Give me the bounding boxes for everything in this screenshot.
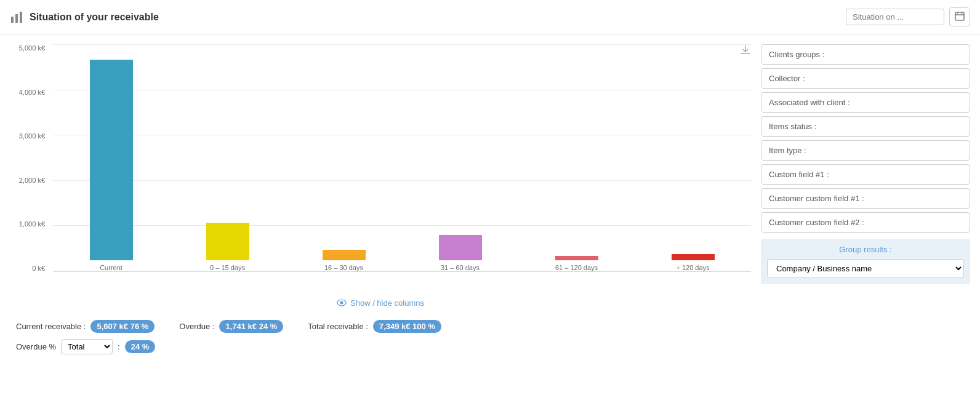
show-hide-label: Show / hide columns bbox=[350, 298, 424, 308]
current-receivable-stat: Current receivable : 5,607 k€ 76 % bbox=[16, 320, 155, 333]
total-label: Total receivable : bbox=[308, 322, 368, 331]
eye-icon bbox=[337, 298, 347, 308]
overdue-stat: Overdue : 1,741 k€ 24 % bbox=[179, 320, 283, 333]
bar-label-5: + 120 days bbox=[676, 264, 709, 271]
bar-col-1: 0 – 15 days bbox=[169, 44, 286, 271]
group-results-title: Group results : bbox=[767, 245, 964, 254]
bar-col-2: 16 – 30 days bbox=[286, 44, 402, 271]
total-receivable-stat: Total receivable : 7,349 k€ 100 % bbox=[308, 320, 441, 333]
customer-custom-field1-filter[interactable]: Customer custom field #1 : bbox=[761, 188, 970, 209]
stats-row: Current receivable : 5,607 k€ 76 % Overd… bbox=[10, 320, 751, 333]
current-value-badge: 5,607 k€ 76 % bbox=[90, 320, 155, 333]
overdue-pct-value-badge: 24 % bbox=[125, 340, 156, 353]
svg-point-9 bbox=[340, 301, 343, 305]
svg-rect-1 bbox=[15, 14, 18, 23]
y-axis: 5,000 k€ 4,000 k€ 3,000 k€ 2,000 k€ 1,00… bbox=[10, 44, 50, 272]
y-label-3000: 3,000 k€ bbox=[19, 132, 45, 140]
chart-container: 5,000 k€ 4,000 k€ 3,000 k€ 2,000 k€ 1,00… bbox=[10, 44, 751, 290]
chart-area: 5,000 k€ 4,000 k€ 3,000 k€ 2,000 k€ 1,00… bbox=[10, 44, 751, 385]
header-right bbox=[846, 7, 970, 26]
total-value-badge: 7,349 k€ 100 % bbox=[373, 320, 441, 333]
overdue-pct-row: Overdue % Total Current Overdue : 24 % bbox=[10, 339, 751, 354]
main-content: 5,000 k€ 4,000 k€ 3,000 k€ 2,000 k€ 1,00… bbox=[0, 34, 980, 395]
customer-custom-field2-filter[interactable]: Customer custom field #2 : bbox=[761, 212, 970, 233]
bar-4 bbox=[555, 256, 598, 260]
items-status-filter[interactable]: Items status : bbox=[761, 116, 970, 137]
header-left: Situation of your receivable bbox=[10, 10, 159, 24]
clients-groups-filter[interactable]: Clients groups : bbox=[761, 44, 970, 65]
page-wrapper: Situation of your receivable bbox=[0, 0, 980, 395]
y-label-0: 0 k€ bbox=[32, 265, 45, 272]
y-label-4000: 4,000 k€ bbox=[19, 89, 45, 96]
bars-group: Current0 – 15 days16 – 30 days31 – 60 da… bbox=[53, 44, 751, 271]
bar-0 bbox=[90, 60, 133, 260]
bar-chart-icon bbox=[10, 10, 23, 24]
page-title: Situation of your receivable bbox=[30, 12, 159, 23]
bar-label-4: 61 – 120 days bbox=[555, 264, 598, 271]
bar-5 bbox=[672, 254, 715, 260]
svg-rect-0 bbox=[11, 17, 14, 23]
overdue-pct-label: Overdue % bbox=[16, 342, 56, 351]
header: Situation of your receivable bbox=[0, 0, 980, 34]
y-label-5000: 5,000 k€ bbox=[19, 44, 45, 52]
situation-date-input[interactable] bbox=[846, 9, 944, 25]
chart-bars-area: Current0 – 15 days16 – 30 days31 – 60 da… bbox=[53, 44, 751, 272]
svg-rect-3 bbox=[955, 12, 964, 20]
bar-3 bbox=[439, 235, 482, 260]
show-hide-columns[interactable]: Show / hide columns bbox=[10, 298, 751, 308]
overdue-label: Overdue : bbox=[179, 322, 214, 331]
item-type-filter[interactable]: Item type : bbox=[761, 140, 970, 161]
bar-label-3: 31 – 60 days bbox=[441, 264, 480, 271]
custom-field-filter[interactable]: Custom field #1 : bbox=[761, 164, 970, 185]
associated-client-filter[interactable]: Associated with client : bbox=[761, 92, 970, 113]
bar-label-1: 0 – 15 days bbox=[210, 264, 245, 271]
calendar-button[interactable] bbox=[949, 7, 970, 26]
bar-1 bbox=[206, 223, 249, 260]
bar-col-4: 61 – 120 days bbox=[518, 44, 635, 271]
right-panel: Clients groups : Collector : Associated … bbox=[761, 44, 970, 385]
bar-col-3: 31 – 60 days bbox=[402, 44, 518, 271]
group-results-section: Group results : Company / Business name … bbox=[761, 239, 970, 284]
bar-2 bbox=[323, 250, 366, 260]
svg-rect-2 bbox=[20, 12, 22, 23]
collector-filter[interactable]: Collector : bbox=[761, 68, 970, 89]
bar-label-0: Current bbox=[100, 264, 122, 271]
calendar-icon bbox=[955, 11, 965, 21]
current-label: Current receivable : bbox=[16, 322, 86, 331]
bar-col-5: + 120 days bbox=[635, 44, 751, 271]
group-results-select[interactable]: Company / Business name Collector Item t… bbox=[767, 259, 964, 278]
y-label-1000: 1,000 k€ bbox=[19, 220, 45, 228]
y-label-2000: 2,000 k€ bbox=[19, 177, 45, 184]
overdue-value-badge: 1,741 k€ 24 % bbox=[219, 320, 283, 333]
bar-label-2: 16 – 30 days bbox=[324, 264, 363, 271]
overdue-pct-select[interactable]: Total Current Overdue bbox=[61, 339, 113, 354]
bar-col-0: Current bbox=[53, 44, 169, 271]
